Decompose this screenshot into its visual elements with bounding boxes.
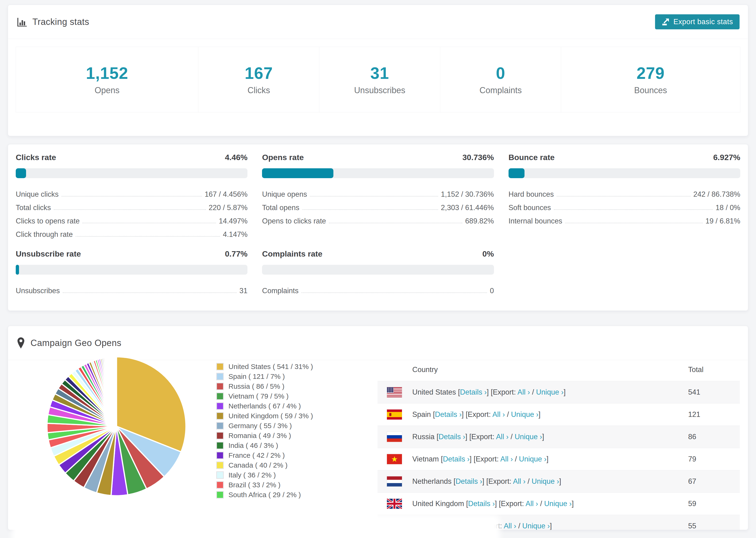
- total-cell: 86: [688, 433, 696, 441]
- summary-stat-clicks: 167Clicks: [198, 47, 319, 112]
- dotted-leader: [301, 293, 487, 293]
- rate-title: Bounce rate: [509, 153, 555, 162]
- country-flag-nl: [387, 476, 402, 487]
- legend-swatch: [216, 383, 224, 390]
- country-name: Russia: [412, 433, 435, 441]
- export-all-link[interactable]: All ›: [504, 522, 516, 530]
- legend-label: United Kingdom ( 59 / 3% ): [229, 412, 313, 420]
- table-row: Russia [Details ›] [Export: All › / Uniq…: [378, 426, 740, 448]
- export-icon: [662, 18, 670, 26]
- export-basic-stats-button[interactable]: Export basic stats: [655, 14, 739, 29]
- stat-value: 1,152: [86, 64, 128, 82]
- rate-detail-row: Clicks to opens rate14.497%: [16, 212, 247, 225]
- legend-swatch: [216, 402, 224, 410]
- detail-value: 220 / 5.87%: [209, 203, 247, 212]
- dotted-leader: [63, 293, 237, 293]
- export-unique-link[interactable]: Unique ›: [544, 500, 572, 508]
- export-all-link[interactable]: All ›: [513, 477, 525, 485]
- rate-value: 0%: [482, 249, 494, 258]
- legend-label: Vietnam ( 79 / 5% ): [229, 392, 289, 400]
- legend-item: Canada ( 40 / 2% ): [216, 460, 313, 470]
- country-name: Vietnam: [412, 455, 439, 463]
- stat-value: 279: [636, 64, 665, 82]
- page-title: Tracking stats: [32, 17, 89, 27]
- rate-progress-bar: [509, 168, 740, 178]
- legend-item: Spain ( 121 / 7% ): [216, 372, 313, 381]
- total-cell: 121: [688, 410, 700, 419]
- details-link[interactable]: Details ›: [435, 410, 462, 418]
- export-unique-link[interactable]: Unique ›: [511, 410, 538, 418]
- total-cell: 541: [688, 388, 700, 397]
- rate-detail-row: Total clicks220 / 5.87%: [16, 198, 247, 212]
- detail-label: Complaints: [262, 287, 298, 295]
- dotted-leader: [54, 209, 206, 210]
- rate-block-unsubscribe-rate: Unsubscribe rate0.77%Unsubscribes31: [16, 249, 247, 295]
- export-unique-link[interactable]: Unique ›: [514, 433, 542, 441]
- rates-grid: Clicks rate4.46%Unique clicks167 / 4.456…: [8, 144, 748, 303]
- legend-item: Vietnam ( 79 / 5% ): [216, 391, 313, 401]
- table-row: Spain [Details ›] [Export: All › / Uniqu…: [378, 403, 740, 426]
- legend-label: India ( 46 / 3% ): [229, 442, 278, 450]
- rate-progress-fill: [16, 168, 26, 178]
- legend-swatch: [216, 422, 224, 430]
- column-header-country: Country: [412, 365, 438, 374]
- detail-value: 4.147%: [223, 230, 247, 239]
- export-all-link[interactable]: All ›: [492, 410, 505, 418]
- detail-value: 689.82%: [465, 217, 494, 225]
- details-link[interactable]: Details ›: [439, 433, 465, 441]
- rate-detail-row: Hard bounces242 / 86.738%: [509, 185, 740, 198]
- legend-item: Germany ( 55 / 3% ): [216, 421, 313, 431]
- detail-label: Unsubscribes: [16, 287, 60, 295]
- summary-stat-complaints: 0Complaints: [440, 47, 561, 112]
- legend-label: South Africa ( 29 / 2% ): [229, 491, 301, 499]
- export-unique-link[interactable]: Unique ›: [519, 455, 546, 463]
- rate-block-bounce-rate: Bounce rate6.927%Hard bounces242 / 86.73…: [509, 153, 740, 239]
- rate-block-opens-rate: Opens rate30.736%Unique opens1,152 / 30.…: [262, 153, 494, 239]
- export-all-link[interactable]: All ›: [525, 500, 538, 508]
- legend-item: Brazil ( 33 / 2% ): [216, 480, 313, 490]
- stat-label: Complaints: [479, 85, 522, 95]
- dotted-leader: [310, 196, 438, 196]
- export-all-link[interactable]: All ›: [496, 433, 509, 441]
- legend-item: Italy ( 36 / 2% ): [216, 470, 313, 480]
- details-link[interactable]: Details ›: [443, 455, 469, 463]
- rate-title: Unsubscribe rate: [16, 249, 81, 258]
- rate-block-complaints-rate: Complaints rate0%Complaints0: [262, 249, 494, 295]
- detail-label: Opens to clicks rate: [262, 217, 326, 225]
- detail-label: Total clicks: [16, 203, 51, 212]
- rate-title: Opens rate: [262, 153, 304, 162]
- rate-detail-row: Soft bounces18 / 0%: [509, 198, 740, 212]
- legend-swatch: [216, 471, 224, 479]
- detail-value: 0: [490, 287, 494, 295]
- export-all-link[interactable]: All ›: [500, 455, 513, 463]
- detail-value: 31: [240, 287, 247, 295]
- rate-value: 4.46%: [225, 153, 247, 162]
- country-flag-gb: [387, 499, 402, 509]
- legend-swatch: [216, 481, 224, 489]
- export-unique-link[interactable]: Unique ›: [531, 477, 559, 485]
- rate-detail-row: Opens to clicks rate689.82%: [262, 212, 494, 225]
- legend-label: Canada ( 40 / 2% ): [229, 461, 288, 469]
- table-row: Netherlands [Details ›] [Export: All › /…: [378, 470, 740, 493]
- rate-block-clicks-rate: Clicks rate4.46%Unique clicks167 / 4.456…: [16, 153, 247, 239]
- country-name: Netherlands: [412, 477, 452, 485]
- pie-legend: United States ( 541 / 31% )Spain ( 121 /…: [216, 362, 313, 500]
- detail-value: 19 / 6.81%: [706, 217, 740, 225]
- export-unique-link[interactable]: Unique ›: [522, 522, 550, 530]
- country-flag-ru: [387, 432, 402, 442]
- table-row: United Kingdom [Details ›] [Export: All …: [378, 493, 740, 515]
- details-link[interactable]: Details ›: [468, 500, 495, 508]
- rate-detail-row: Internal bounces19 / 6.81%: [509, 212, 740, 225]
- table-row: United States [Details ›] [Export: All ›…: [378, 381, 740, 403]
- details-link[interactable]: Details ›: [456, 477, 482, 485]
- rates-card: Clicks rate4.46%Unique clicks167 / 4.456…: [8, 144, 748, 311]
- details-link[interactable]: Details ›: [460, 388, 487, 396]
- export-unique-link[interactable]: Unique ›: [536, 388, 564, 396]
- detail-label: Total opens: [262, 203, 299, 212]
- rate-value: 0.77%: [225, 249, 247, 258]
- total-cell: 55: [688, 522, 696, 530]
- export-all-link[interactable]: All ›: [517, 388, 530, 396]
- bottom-fade-overlay: [12, 514, 500, 538]
- summary-stat-opens: 1,152Opens: [16, 47, 198, 112]
- detail-value: 1,152 / 30.736%: [441, 190, 494, 198]
